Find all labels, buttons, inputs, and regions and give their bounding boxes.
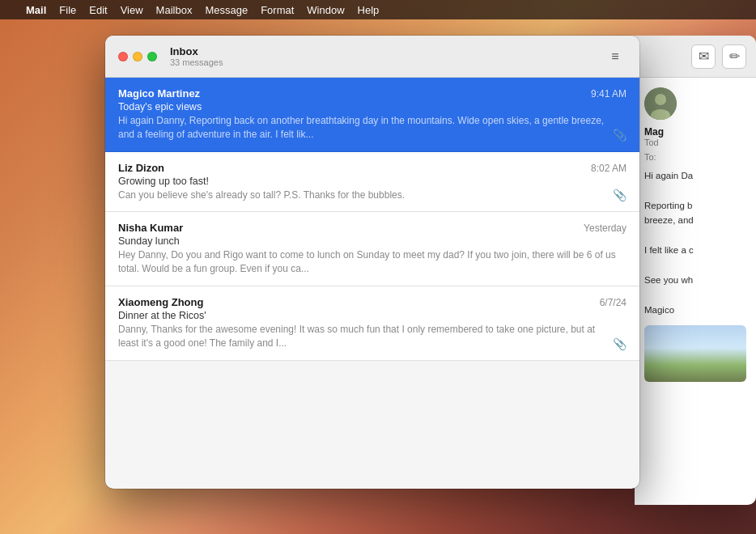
attachment-icon: 📎 <box>613 189 626 201</box>
menubar-item-edit[interactable]: Edit <box>83 0 113 19</box>
message-time: 8:02 AM <box>591 163 626 174</box>
detail-image <box>644 325 746 382</box>
message-preview-row: Hi again Danny, Reporting back on anothe… <box>118 114 626 142</box>
detail-panel: ✉ ✏ Mag Tod To: Hi again Da Reporting b … <box>635 36 756 505</box>
message-preview: Danny, Thanks for the awesome evening! I… <box>118 323 609 350</box>
compose-icon: ✉ <box>699 49 709 64</box>
message-preview-row: Danny, Thanks for the awesome evening! I… <box>118 323 626 350</box>
message-subject: Today's epic views <box>118 101 626 112</box>
menubar: Mail File Edit View Mailbox Message Form… <box>0 0 756 19</box>
mail-window: Inbox 33 messages ≡ Magico Martinez 9:41… <box>105 36 639 489</box>
message-time: 6/7/24 <box>600 297 626 308</box>
message-sender: Magico Martinez <box>118 87 200 100</box>
message-sender: Xiaomeng Zhong <box>118 296 203 308</box>
message-header: Nisha Kumar Yesterday <box>118 222 626 234</box>
detail-date: Tod <box>644 138 746 147</box>
message-header: Xiaomeng Zhong 6/7/24 <box>118 296 626 308</box>
window-title-info: Inbox 33 messages <box>170 45 223 67</box>
message-preview: Can you believe she's already so tall? P… <box>118 189 609 202</box>
apple-menu[interactable] <box>6 0 19 19</box>
compose-button[interactable]: ✉ <box>691 44 716 69</box>
message-preview-row: Hey Danny, Do you and Rigo want to come … <box>118 248 626 276</box>
message-preview: Hi again Danny, Reporting back on anothe… <box>118 114 609 142</box>
menubar-item-file[interactable]: File <box>53 0 83 19</box>
menubar-item-help[interactable]: Help <box>351 0 386 19</box>
menubar-item-message[interactable]: Message <box>198 0 254 19</box>
menubar-item-view[interactable]: View <box>114 0 150 19</box>
maximize-button[interactable] <box>147 52 157 61</box>
sender-avatar <box>644 87 677 120</box>
message-subject: Sunday lunch <box>118 235 626 247</box>
message-time: 9:41 AM <box>591 88 626 100</box>
filter-button[interactable]: ≡ <box>604 45 626 68</box>
message-sender: Liz Dizon <box>118 162 164 174</box>
menubar-item-mailbox[interactable]: Mailbox <box>150 0 199 19</box>
detail-header: ✉ ✏ <box>635 36 756 78</box>
message-preview: Hey Danny, Do you and Rigo want to come … <box>118 248 626 276</box>
filter-icon: ≡ <box>611 49 618 64</box>
message-item[interactable]: Liz Dizon 8:02 AM Growing up too fast! C… <box>105 152 639 213</box>
menubar-item-window[interactable]: Window <box>300 0 350 19</box>
title-actions: ≡ <box>604 45 626 68</box>
minimize-button[interactable] <box>133 52 142 61</box>
menubar-item-format[interactable]: Format <box>254 0 300 19</box>
edit-button[interactable]: ✏ <box>722 44 746 69</box>
detail-content: Mag Tod To: Hi again Da Reporting b bree… <box>635 78 756 382</box>
message-header: Magico Martinez 9:41 AM <box>118 87 626 100</box>
detail-sender-name: Mag <box>644 126 746 138</box>
message-preview-row: Can you believe she's already so tall? P… <box>118 189 626 202</box>
title-bar: Inbox 33 messages ≡ <box>105 36 639 78</box>
message-item[interactable]: Magico Martinez 9:41 AM Today's epic vie… <box>105 78 639 152</box>
message-subject: Dinner at the Ricos' <box>118 310 626 321</box>
svg-point-1 <box>655 94 666 105</box>
message-subject: Growing up too fast! <box>118 176 626 187</box>
attachment-icon: 📎 <box>613 337 626 350</box>
message-sender: Nisha Kumar <box>118 222 183 234</box>
message-item[interactable]: Xiaomeng Zhong 6/7/24 Dinner at the Rico… <box>105 286 639 361</box>
close-button[interactable] <box>118 52 128 61</box>
attachment-icon: 📎 <box>613 129 626 142</box>
message-header: Liz Dizon 8:02 AM <box>118 162 626 174</box>
menubar-item-mail[interactable]: Mail <box>19 0 53 19</box>
traffic-lights <box>118 52 157 61</box>
edit-icon: ✏ <box>729 49 740 64</box>
detail-to: To: <box>644 152 746 162</box>
window-title: Inbox <box>170 45 223 57</box>
detail-body: Hi again Da Reporting b breeze, and I fe… <box>644 168 746 317</box>
message-item[interactable]: Nisha Kumar Yesterday Sunday lunch Hey D… <box>105 212 639 286</box>
window-subtitle: 33 messages <box>170 57 223 67</box>
message-list: Magico Martinez 9:41 AM Today's epic vie… <box>105 78 639 489</box>
message-time: Yesterday <box>584 222 626 234</box>
